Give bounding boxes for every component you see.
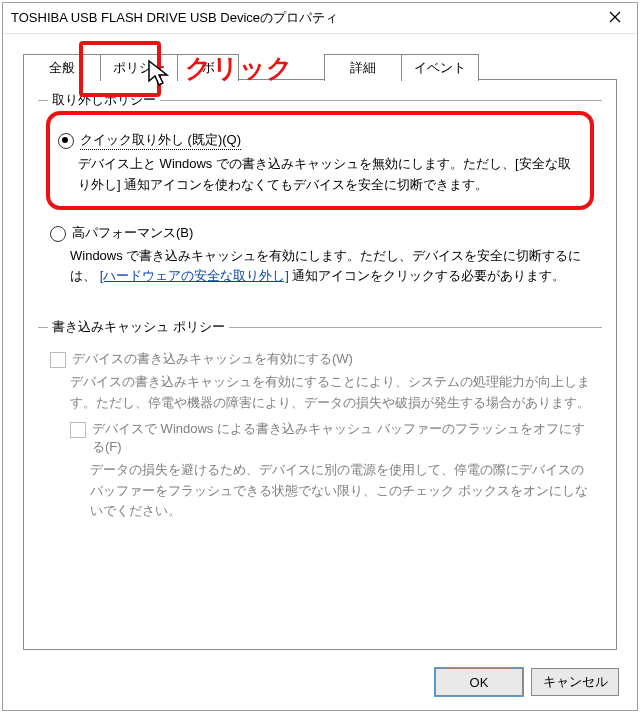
- radio-quick-removal-desc: デバイス上と Windows での書き込みキャッシュを無効にします。ただし、[安…: [78, 154, 582, 196]
- perf-desc-after: 通知アイコンをクリックする必要があります。: [292, 268, 565, 283]
- tab-events[interactable]: イベント: [401, 54, 479, 81]
- check-disable-flush: [70, 422, 86, 438]
- radio-quick-removal-label[interactable]: クイック取り外し (既定)(Q): [80, 131, 241, 150]
- button-bar: OK キャンセル: [435, 668, 619, 696]
- ok-button[interactable]: OK: [435, 668, 523, 696]
- group-removal-policy: 取り外しポリシー クイック取り外し (既定)(Q) デバイス上と Windows…: [38, 100, 602, 303]
- properties-window: TOSHIBA USB FLASH DRIVE USB Deviceのプロパティ…: [2, 2, 638, 711]
- check-enable-write-cache-label: デバイスの書き込みキャッシュを有効にする(W): [72, 350, 353, 368]
- tab-policy[interactable]: ポリシー: [100, 54, 178, 81]
- radio-high-performance-desc: Windows で書き込みキャッシュを有効にします。ただし、デバイスを安全に切断…: [70, 246, 590, 288]
- check-enable-write-cache-desc: デバイスの書き込みキャッシュを有効にすることにより、システムの処理能力が向上しま…: [70, 372, 590, 414]
- check-disable-flush-desc: データの損失を避けるため、デバイスに別の電源を使用して、停電の際にデバイスのバッ…: [90, 460, 590, 522]
- cancel-button-label: キャンセル: [543, 673, 608, 691]
- ok-button-label: OK: [470, 675, 489, 690]
- tab-volumes-label: ボ: [202, 59, 215, 77]
- check-enable-write-cache: [50, 352, 66, 368]
- annotation-radio-highlight: クイック取り外し (既定)(Q) デバイス上と Windows での書き込みキャ…: [46, 111, 594, 210]
- tab-volumes[interactable]: ボ: [177, 54, 239, 81]
- tab-general-label: 全般: [49, 59, 75, 77]
- tab-details[interactable]: 詳細: [324, 54, 402, 81]
- cancel-button[interactable]: キャンセル: [531, 668, 619, 696]
- radio-high-performance[interactable]: [50, 226, 66, 242]
- radio-quick-removal[interactable]: [58, 133, 74, 149]
- tab-policy-label: ポリシー: [113, 59, 165, 77]
- safe-removal-link[interactable]: [ハードウェアの安全な取り外し]: [100, 268, 289, 283]
- titlebar: TOSHIBA USB FLASH DRIVE USB Deviceのプロパティ: [3, 3, 637, 34]
- window-title: TOSHIBA USB FLASH DRIVE USB Deviceのプロパティ: [11, 9, 593, 27]
- tab-general[interactable]: 全般: [23, 54, 101, 81]
- close-button[interactable]: [593, 3, 637, 33]
- group-removal-legend: 取り外しポリシー: [48, 91, 160, 109]
- tab-events-label: イベント: [414, 59, 466, 77]
- group-write-cache-legend: 書き込みキャッシュ ポリシー: [48, 318, 229, 336]
- tab-strip: 全般 ポリシー ボ ドライバー 詳細 イベント: [3, 54, 637, 81]
- tab-details-label: 詳細: [350, 59, 376, 77]
- tab-policy-panel: 取り外しポリシー クイック取り外し (既定)(Q) デバイス上と Windows…: [23, 79, 617, 650]
- group-write-cache: 書き込みキャッシュ ポリシー デバイスの書き込みキャッシュを有効にする(W) デ…: [38, 327, 602, 534]
- close-icon: [609, 9, 621, 27]
- radio-high-performance-label[interactable]: 高パフォーマンス(B): [72, 224, 193, 242]
- check-disable-flush-label: デバイスで Windows による書き込みキャッシュ バッファーのフラッシュをオ…: [92, 420, 590, 456]
